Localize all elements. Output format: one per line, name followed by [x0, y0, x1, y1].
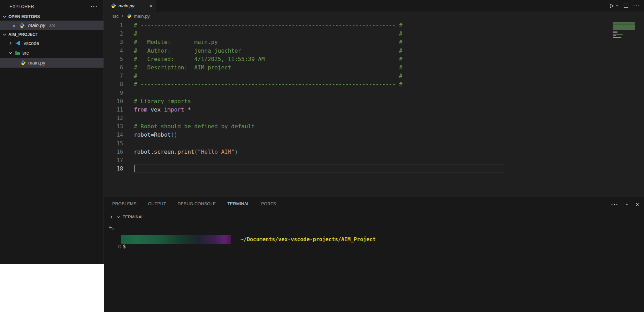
line-text: robot.screen.print("Hello AIM"): [134, 148, 238, 156]
tab-close-icon[interactable]: ×: [149, 3, 152, 9]
open-editor-item[interactable]: × main.py src: [0, 21, 104, 30]
code-line-17[interactable]: 17: [104, 156, 644, 165]
line-text: robot=Robot(): [134, 131, 177, 139]
terminal-prompt: $: [123, 243, 126, 250]
chevron-down-icon: [2, 32, 7, 37]
code-line-2[interactable]: 2# #: [104, 30, 644, 38]
editor-more-icon[interactable]: ···: [633, 3, 641, 9]
split-editor-icon[interactable]: [623, 3, 629, 8]
terminal-body[interactable]: ~/Documents/vex-vscode-projects/AIM_Proj…: [104, 222, 644, 312]
terminal-header[interactable]: TERMINAL: [104, 211, 644, 222]
code-line-15[interactable]: 15: [104, 139, 644, 148]
code-editor[interactable]: 1# -------------------------------------…: [104, 21, 644, 197]
python-icon: [127, 14, 132, 18]
vscode-window: { "icons": { "close": "×", "more": "···"…: [0, 0, 644, 312]
panel-more-icon[interactable]: ···: [611, 201, 619, 207]
line-text: # Author: jenna_juechter #: [134, 47, 402, 55]
open-editors-header[interactable]: OPEN EDITORS: [0, 13, 104, 21]
tree-item-label: main.py: [28, 60, 45, 66]
line-text: # --------------------------------------…: [134, 21, 402, 30]
line-number: 8: [104, 80, 123, 89]
command-decoration-icon[interactable]: [118, 245, 121, 248]
editor-area: main.py × ··· src main.py 1# -----------…: [104, 0, 644, 312]
editor-actions: ···: [609, 0, 641, 12]
tab-label: main.py: [118, 3, 147, 8]
code-line-5[interactable]: 5# Created: 4/1/2025, 11:55:39 AM #: [104, 55, 644, 63]
line-text: # Module: main.py #: [134, 38, 402, 46]
svg-text:</>: </>: [16, 53, 20, 55]
line-text: # --------------------------------------…: [134, 80, 402, 89]
minimap[interactable]: [613, 22, 638, 40]
bottom-panel: PROBLEMSOUTPUTDEBUG CONSOLETERMINALPORTS…: [104, 197, 644, 312]
vscode-folder-icon: [15, 40, 21, 46]
code-line-7[interactable]: 7# #: [104, 72, 644, 80]
panel-close-icon[interactable]: ×: [636, 201, 639, 207]
line-text: # Created: 4/1/2025, 11:55:39 AM #: [134, 55, 402, 63]
tree-item-label: src: [22, 50, 29, 56]
minimap-line: [613, 31, 618, 32]
code-line-1[interactable]: 1# -------------------------------------…: [104, 21, 644, 30]
chevron-right-icon[interactable]: [109, 214, 114, 220]
tab-bar: main.py × ···: [104, 0, 644, 12]
explorer-more-icon[interactable]: ···: [91, 3, 98, 9]
line-text: # #: [134, 30, 402, 38]
code-line-11[interactable]: 11from vex import *: [104, 106, 644, 114]
minimap-line: [613, 32, 618, 33]
panel-tab-ports[interactable]: PORTS: [261, 197, 276, 211]
code-line-6[interactable]: 6# Description: AIM project #: [104, 63, 644, 72]
editor-tab-main-py[interactable]: main.py ×: [104, 0, 156, 12]
code-line-18[interactable]: 18: [104, 165, 644, 173]
breadcrumb-folder[interactable]: src: [113, 14, 118, 19]
code-line-4[interactable]: 4# Author: jenna_juechter #: [104, 47, 644, 55]
tree-item-vscode[interactable]: .vscode: [0, 38, 104, 48]
line-number: 10: [104, 97, 123, 106]
code-line-9[interactable]: 9: [104, 89, 644, 97]
code-line-12[interactable]: 12: [104, 114, 644, 122]
panel-tab-terminal[interactable]: TERMINAL: [228, 197, 250, 211]
code-line-14[interactable]: 14robot=Robot(): [104, 131, 644, 139]
code-lines: 1# -------------------------------------…: [104, 21, 644, 173]
text-cursor: [134, 165, 135, 172]
panel-actions: ··· ×: [611, 197, 639, 211]
python-icon: [111, 3, 116, 8]
panel-maximize-icon[interactable]: [624, 202, 630, 207]
line-number: 4: [104, 47, 123, 55]
project-header[interactable]: AIM_PROJECT: [0, 30, 104, 38]
code-line-8[interactable]: 8# -------------------------------------…: [104, 80, 644, 89]
minimap-line: [613, 35, 616, 36]
explorer-sidebar: EXPLORER ··· OPEN EDITORS × main.py src …: [0, 0, 104, 264]
chevron-down-icon: [615, 4, 619, 8]
terminal-section-label: TERMINAL: [123, 215, 144, 219]
code-line-16[interactable]: 16robot.screen.print("Hello AIM"): [104, 148, 644, 156]
tree-item-src[interactable]: </> src: [0, 48, 104, 58]
breadcrumb-file[interactable]: main.py: [134, 14, 150, 19]
explorer-header: EXPLORER ···: [0, 0, 104, 13]
swap-arrows-icon[interactable]: [108, 225, 114, 231]
code-line-13[interactable]: 13# Robot should be defined by default: [104, 122, 644, 131]
panel-tab-bar: PROBLEMSOUTPUTDEBUG CONSOLETERMINALPORTS…: [104, 197, 644, 211]
minimap-line: [613, 34, 623, 35]
chevron-down-icon[interactable]: [116, 214, 121, 220]
tree-item-label: .vscode: [22, 40, 39, 46]
line-text: from vex import *: [134, 106, 191, 114]
panel-tabs: PROBLEMSOUTPUTDEBUG CONSOLETERMINALPORTS: [112, 197, 288, 211]
run-button[interactable]: [609, 3, 619, 9]
panel-tab-debug-console[interactable]: DEBUG CONSOLE: [178, 197, 216, 211]
line-number: 9: [104, 89, 123, 97]
line-number: 3: [104, 38, 123, 46]
minimap-line: [613, 28, 635, 29]
chevron-down-icon: [8, 50, 13, 56]
line-number: 14: [104, 131, 123, 139]
close-editor-icon[interactable]: ×: [13, 23, 16, 28]
breadcrumb[interactable]: src main.py: [104, 12, 644, 21]
code-line-10[interactable]: 10# Library imports: [104, 97, 644, 106]
panel-tab-output[interactable]: OUTPUT: [148, 197, 166, 211]
chevron-down-icon: [2, 14, 7, 20]
tree-item-main-py[interactable]: main.py: [0, 58, 104, 68]
code-line-3[interactable]: 3# Module: main.py #: [104, 38, 644, 46]
line-text: # Description: AIM project #: [134, 63, 402, 72]
chevron-right-icon: [8, 40, 13, 46]
panel-tab-problems[interactable]: PROBLEMS: [112, 197, 137, 211]
project-label: AIM_PROJECT: [8, 32, 38, 37]
python-icon: [20, 60, 26, 66]
